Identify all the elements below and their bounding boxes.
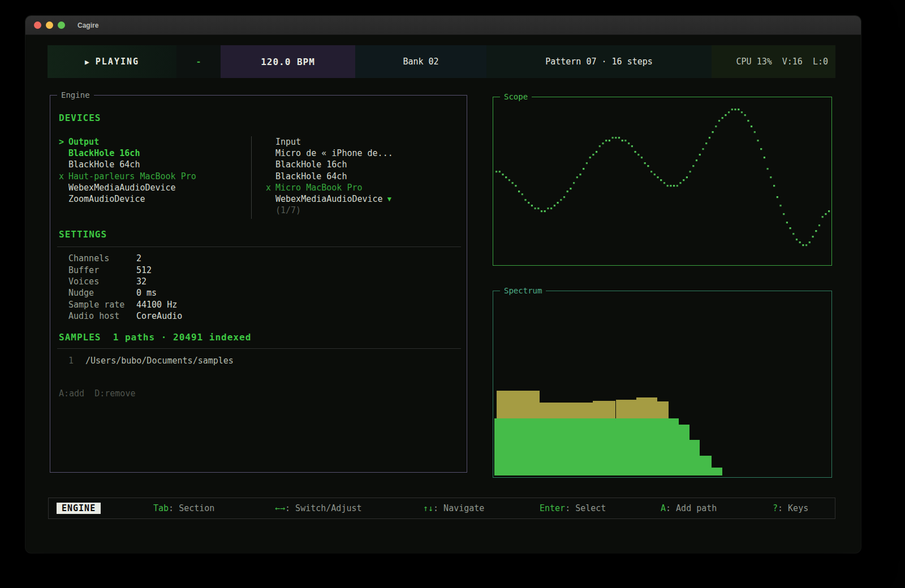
app-window: Cagire ▶ PLAYING - 120.0 BPM Bank 02 Pat… [25,16,861,553]
shortcut-key: Enter [540,503,565,513]
setting-value: 2 [136,253,141,263]
setting-row[interactable]: Voices32 [68,276,182,287]
output-device-item[interactable]: BlackHole 16ch [59,148,245,159]
setting-label: Channels [68,253,136,263]
shortcut-switch-adjust: ←→: Switch/Adjust [275,503,362,513]
input-device-item[interactable]: WebexMediaAudioDevice▼ [266,193,453,205]
sample-path-row[interactable]: 1/Users/bubo/Documents/samples [68,354,234,366]
setting-label: Buffer [68,265,136,275]
spectrum-green-segment [700,456,712,475]
input-device-item[interactable]: (1/7) [266,205,453,216]
output-device-item[interactable]: BlackHole 64ch [59,159,245,170]
setting-value: CoreAudio [136,311,182,321]
latency-stat: L:0 [813,57,828,67]
shortcut-navigate: ↑↓: Navigate [423,503,484,513]
output-device-item[interactable]: WebexMediaAudioDevice [59,182,245,193]
setting-label: Nudge [68,288,136,298]
device-label: BlackHole 16ch [275,159,347,170]
pattern-display[interactable]: Pattern 07 · 16 steps [486,45,712,78]
window-title: Cagire [77,21,98,29]
app-content: ▶ PLAYING - 120.0 BPM Bank 02 Pattern 07… [25,35,861,553]
spectrum-olive-segment [636,397,657,418]
beat-indicator: - [196,57,201,67]
samples-spacer [101,332,113,343]
device-label: Output [68,137,99,147]
spectrum-olive-segment [593,401,615,418]
shortcut-add-path: A: Add path [661,503,717,513]
mode-badge: ENGINE [57,503,101,514]
shortcut-key: ? [773,503,778,513]
spectrum-panel: Spectrum [493,291,832,478]
shortcut-select: Enter: Select [540,503,606,513]
device-label: Micro MacBook Pro [275,183,363,193]
desktop-background: Cagire ▶ PLAYING - 120.0 BPM Bank 02 Pat… [0,0,905,588]
device-label: BlackHole 64ch [68,159,140,170]
close-button[interactable] [34,21,41,29]
setting-label: Sample rate [68,300,136,310]
output-device-item[interactable]: ZoomAudioDevice [59,193,245,205]
setting-label: Voices [68,276,136,287]
minimize-button[interactable] [46,21,53,29]
transport-bar: ▶ PLAYING - 120.0 BPM Bank 02 Pattern 07… [48,45,835,78]
setting-row[interactable]: Audio hostCoreAudio [68,310,182,322]
samples-divider [57,348,461,349]
path-index: 1 [68,356,85,366]
spectrum-green-segment [494,418,679,475]
settings-divider [57,247,461,247]
setting-row[interactable]: Sample rate44100 Hz [68,299,182,310]
spectrum-olive-segment [497,391,540,418]
samples-hint: A:add D:remove [59,388,135,399]
samples-summary: 1 paths · 20491 indexed [113,332,252,343]
spectrum-olive-segment [616,400,637,418]
spectrum-olive-segment [540,403,593,418]
output-device-item[interactable]: xHaut-parleurs MacBook Pro [59,171,245,182]
shortcut-key: ↑↓ [423,503,433,513]
scope-panel: Scope [493,97,832,266]
spectrum-green-segment [712,468,722,475]
shortcut-key: ←→ [275,503,285,513]
device-label: Micro de « iPhone de... [275,148,393,158]
device-state-prefix: > [59,137,68,147]
devices-heading: DEVICES [59,113,101,123]
input-device-item[interactable]: xMicro MacBook Pro [266,182,453,193]
maximize-button[interactable] [58,21,65,29]
settings-heading: SETTINGS [59,229,107,240]
input-device-list: InputMicro de « iPhone de...BlackHole 16… [266,136,453,216]
setting-value: 44100 Hz [136,300,177,310]
spectrum-bars [493,291,831,477]
samples-heading: SAMPLES 1 paths · 20491 indexed [59,332,251,343]
column-divider [251,136,252,219]
setting-label: Audio host [68,311,136,321]
transport-state-label: PLAYING [96,57,139,67]
shortcut-keys: ?: Keys [773,503,808,513]
samples-title: SAMPLES [59,332,101,343]
spectrum-olive-segment [657,401,669,418]
device-label: (1/7) [275,205,301,215]
transport-status: ▶ PLAYING [48,45,176,78]
output-device-list: >OutputBlackHole 16chBlackHole 64chxHaut… [59,136,245,205]
bpm-display[interactable]: 120.0 BPM [221,45,355,78]
device-label: WebexMediaAudioDevice [68,183,176,193]
cpu-stat: CPU 13% [736,57,772,67]
device-state-prefix: x [266,183,275,193]
footer-bar: ENGINE Tab: Section←→: Switch/Adjust↑↓: … [48,498,835,519]
scope-waveform [493,97,831,265]
dropdown-arrow-icon: ▼ [387,195,391,203]
path-text: /Users/bubo/Documents/samples [85,356,234,366]
titlebar[interactable]: Cagire [25,16,861,35]
setting-value: 512 [136,265,152,275]
device-label: Haut-parleurs MacBook Pro [68,171,196,181]
input-device-item[interactable]: BlackHole 16ch [266,159,453,170]
shortcut-key: A [661,503,666,513]
setting-row[interactable]: Buffer512 [68,264,182,275]
device-label: BlackHole 16ch [68,148,140,158]
setting-row[interactable]: Nudge0 ms [68,287,182,299]
output-header: >Output [59,136,245,148]
bank-display[interactable]: Bank 02 [355,45,486,78]
engine-panel-title: Engine [57,90,94,100]
device-label: ZoomAudioDevice [68,194,145,204]
transport-divider: - [176,45,221,78]
setting-row[interactable]: Channels2 [68,253,182,264]
input-device-item[interactable]: BlackHole 64ch [266,171,453,182]
input-device-item[interactable]: Micro de « iPhone de... [266,148,453,159]
